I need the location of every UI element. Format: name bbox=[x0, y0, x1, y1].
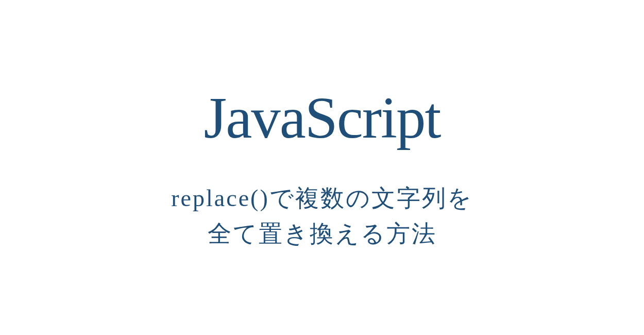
subtitle-line-2: 全て置き換える方法 bbox=[171, 216, 472, 252]
subtitle-line-1: replace()で複数の文字列を bbox=[171, 180, 472, 216]
page-subtitle: replace()で複数の文字列を 全て置き換える方法 bbox=[171, 180, 472, 252]
page-title: JavaScript bbox=[204, 84, 440, 152]
